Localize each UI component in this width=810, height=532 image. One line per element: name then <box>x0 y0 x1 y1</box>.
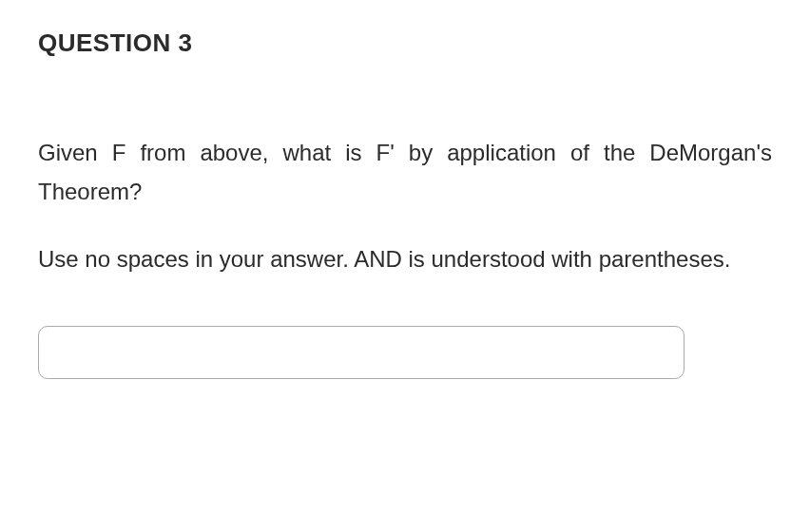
question-paragraph-1: Given F from above, what is F' by applic… <box>38 134 772 212</box>
question-paragraph-2: Use no spaces in your answer. AND is und… <box>38 240 772 279</box>
answer-input[interactable] <box>38 326 685 379</box>
question-title: QUESTION 3 <box>38 28 772 58</box>
